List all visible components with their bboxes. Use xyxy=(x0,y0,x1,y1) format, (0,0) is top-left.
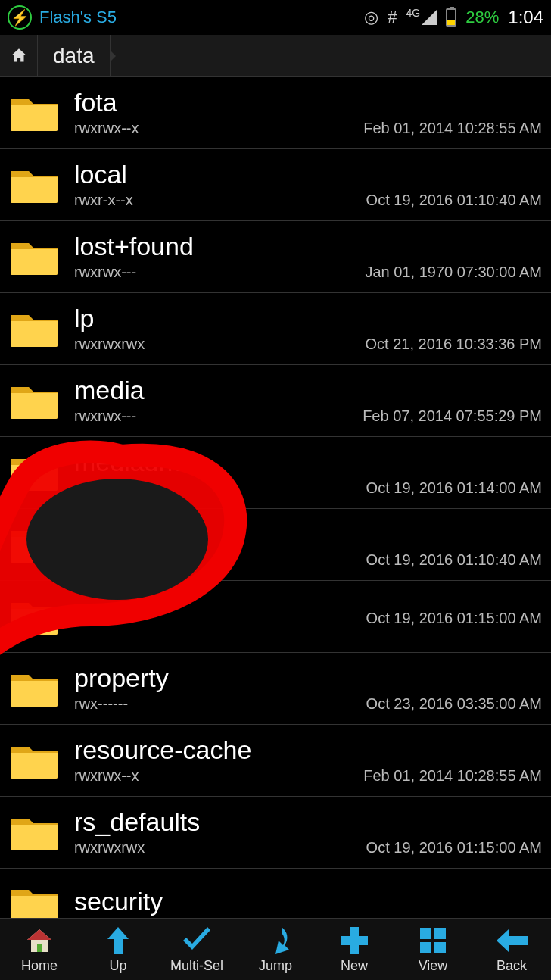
breadcrumb-segment[interactable]: data xyxy=(38,35,111,76)
multisel-button[interactable]: Multi-Sel xyxy=(157,919,236,980)
battery-icon xyxy=(446,8,456,27)
folder-name: misc xyxy=(74,520,542,548)
folder-date: Oct 23, 2016 03:35:00 AM xyxy=(366,695,542,713)
folder-icon xyxy=(9,453,59,492)
breadcrumb[interactable]: data xyxy=(0,35,551,77)
network-label: 4G xyxy=(406,7,421,19)
svg-rect-5 xyxy=(434,942,446,953)
folder-row[interactable]: Oct 19, 2016 01:15:00 AM xyxy=(0,581,551,653)
folder-date: Jan 01, 1970 07:30:00 AM xyxy=(365,264,542,281)
folder-row[interactable]: misc rwxrwx--t Oct 19, 2016 01:10:40 AM xyxy=(0,509,551,581)
folder-perms: rwxrwx--- xyxy=(74,479,136,497)
folder-row[interactable]: lp rwxrwxrwx Oct 21, 2016 10:33:36 PM xyxy=(0,293,551,365)
folder-row[interactable]: security xyxy=(0,869,551,918)
folder-row[interactable]: rs_defaults rwxrwxrwx Oct 19, 2016 01:15… xyxy=(0,797,551,869)
folder-perms: rwxrwxrwx xyxy=(74,336,145,353)
jump-icon xyxy=(259,925,292,957)
svg-rect-2 xyxy=(420,928,431,939)
folder-perms: rwxrwxrwx xyxy=(74,839,145,857)
folder-date: Oct 19, 2016 01:14:00 AM xyxy=(366,479,542,497)
new-label: New xyxy=(341,958,368,974)
folder-icon xyxy=(9,884,59,919)
hotspot-icon: ◎ xyxy=(364,8,378,27)
signal-icon xyxy=(422,10,437,25)
up-button[interactable]: Up xyxy=(79,919,157,980)
folder-perms: rwxrwx--- xyxy=(74,407,136,425)
folder-icon xyxy=(9,597,59,636)
svg-rect-1 xyxy=(37,944,42,952)
folder-name: media xyxy=(74,376,542,404)
folder-name: mediadrm xyxy=(74,448,542,476)
back-label: Back xyxy=(497,958,527,974)
check-icon xyxy=(180,925,213,957)
up-label: Up xyxy=(109,958,126,974)
folder-name: lp xyxy=(74,304,542,332)
folder-date: Oct 21, 2016 10:33:36 PM xyxy=(366,336,543,353)
folder-date: Oct 19, 2016 01:15:00 AM xyxy=(366,610,542,627)
jump-button[interactable]: Jump xyxy=(236,919,315,980)
folder-icon xyxy=(9,525,59,564)
folder-icon xyxy=(9,741,59,780)
folder-name: security xyxy=(74,888,542,916)
folder-row[interactable]: property rwx------ Oct 23, 2016 03:35:00… xyxy=(0,653,551,725)
folder-icon xyxy=(9,381,59,420)
breadcrumb-home-icon[interactable] xyxy=(0,35,38,76)
folder-date: Oct 19, 2016 01:15:00 AM xyxy=(366,839,542,857)
folder-icon xyxy=(9,813,59,852)
folder-perms: rwxr-x--x xyxy=(74,192,133,209)
folder-name: property xyxy=(74,664,542,692)
file-list: fota rwxrwx--x Feb 01, 2014 10:28:55 AM … xyxy=(0,77,551,918)
folder-name: rs_defaults xyxy=(74,808,542,836)
grid-icon xyxy=(419,925,447,957)
lightning-icon: ⚡ xyxy=(8,5,32,30)
folder-icon xyxy=(9,93,59,133)
folder-icon xyxy=(9,237,59,276)
folder-row[interactable]: media rwxrwx--- Feb 07, 2014 07:55:29 PM xyxy=(0,365,551,437)
folder-row[interactable]: local rwxr-x--x Oct 19, 2016 01:10:40 AM xyxy=(0,149,551,221)
device-name: Flash's S5 xyxy=(39,8,117,27)
folder-date: Oct 19, 2016 01:10:40 AM xyxy=(366,192,542,209)
folder-icon xyxy=(9,309,59,348)
arrow-up-icon xyxy=(104,925,132,957)
home-icon xyxy=(24,925,54,957)
folder-date: Feb 01, 2014 10:28:55 AM xyxy=(363,120,542,137)
view-label: View xyxy=(419,958,448,974)
folder-date: Feb 07, 2014 07:55:29 PM xyxy=(363,407,542,425)
home-label: Home xyxy=(21,958,58,974)
jump-label: Jump xyxy=(259,958,292,974)
arrow-left-icon xyxy=(495,925,528,957)
status-bar: ⚡ Flash's S5 ◎ # 4G 28% 1:04 xyxy=(0,0,551,35)
view-button[interactable]: View xyxy=(394,919,472,980)
home-button[interactable]: Home xyxy=(0,919,79,980)
clock: 1:04 xyxy=(508,7,543,28)
folder-date: Oct 19, 2016 01:10:40 AM xyxy=(366,551,542,569)
back-button[interactable]: Back xyxy=(472,919,551,980)
folder-perms: rwxrwx--x xyxy=(74,767,139,785)
folder-icon xyxy=(9,165,59,204)
new-button[interactable]: New xyxy=(315,919,394,980)
battery-percent: 28% xyxy=(465,8,499,27)
hash-icon: # xyxy=(388,8,397,27)
folder-name: lost+found xyxy=(74,233,542,261)
folder-perms: rwx------ xyxy=(74,695,128,713)
folder-name: resource-cache xyxy=(74,736,542,764)
folder-perms: rwxrwx--- xyxy=(74,264,136,281)
bottom-toolbar: Home Up Multi-Sel Jump New View Back xyxy=(0,918,551,980)
folder-perms: rwxrwx--t xyxy=(74,551,135,569)
folder-name: local xyxy=(74,161,542,189)
folder-date: Feb 01, 2014 10:28:55 AM xyxy=(363,767,542,785)
multisel-label: Multi-Sel xyxy=(170,958,223,974)
folder-row[interactable]: resource-cache rwxrwx--x Feb 01, 2014 10… xyxy=(0,725,551,797)
folder-row[interactable]: fota rwxrwx--x Feb 01, 2014 10:28:55 AM xyxy=(0,77,551,149)
plus-icon xyxy=(339,925,369,957)
folder-row[interactable]: mediadrm rwxrwx--- Oct 19, 2016 01:14:00… xyxy=(0,437,551,509)
folder-name: fota xyxy=(74,89,542,117)
svg-rect-3 xyxy=(434,928,446,939)
folder-perms: rwxrwx--x xyxy=(74,120,139,137)
folder-icon xyxy=(9,669,59,708)
folder-row[interactable]: lost+found rwxrwx--- Jan 01, 1970 07:30:… xyxy=(0,221,551,293)
svg-rect-4 xyxy=(420,942,431,953)
